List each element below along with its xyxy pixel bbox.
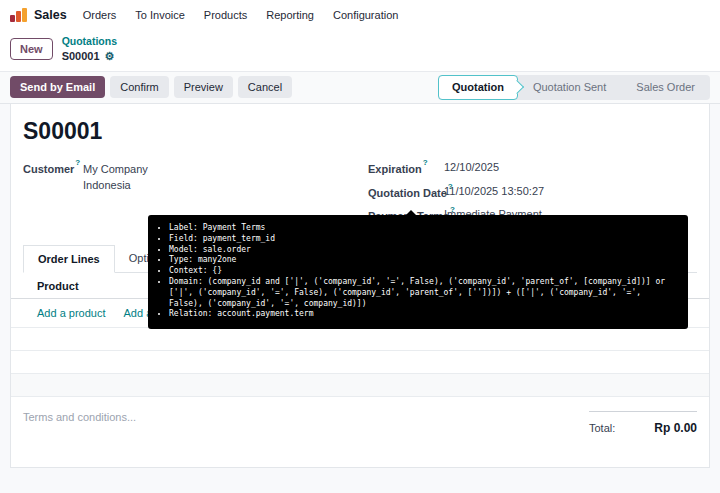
breadcrumb-row: New Quotations S00001 ⚙ — [0, 30, 720, 71]
total-block: Total: Rp 0.00 — [589, 411, 697, 435]
tooltip-line-field: Field: payment_term_id — [169, 234, 678, 245]
terms-and-conditions-input[interactable]: Terms and conditions... — [23, 411, 136, 435]
customer-help-icon[interactable]: ? — [75, 158, 80, 167]
expiration-value[interactable]: 12/10/2025 — [444, 161, 499, 173]
total-value: Rp 0.00 — [654, 421, 697, 435]
tooltip-line-label: Label: Payment Terms — [169, 223, 678, 234]
tooltip-line-context: Context: {} — [169, 266, 678, 277]
customer-country: Indonesia — [83, 177, 148, 194]
sheet-header: S00001 Customer? My Company Indonesia Ex… — [11, 104, 709, 232]
nav-menu-orders[interactable]: Orders — [83, 9, 117, 21]
table-empty-row — [11, 374, 709, 397]
sheet-footer: Terms and conditions... Total: Rp 0.00 — [11, 397, 709, 435]
tooltip-arrow-icon — [406, 210, 416, 215]
nav-menu-products[interactable]: Products — [204, 9, 247, 21]
field-quotation-date: Quotation Date? 11/10/2025 13:50:27 — [368, 185, 697, 199]
tooltip-line-type: Type: many2one — [169, 255, 678, 266]
control-panel: Send by Email Confirm Preview Cancel Quo… — [0, 71, 720, 104]
quotation-date-help-icon[interactable]: ? — [448, 182, 453, 191]
status-step-quotation-sent[interactable]: Quotation Sent — [518, 75, 621, 100]
nav-menu-to-invoice[interactable]: To Invoice — [135, 9, 185, 21]
expiration-help-icon[interactable]: ? — [423, 158, 428, 167]
table-empty-row — [11, 351, 709, 374]
top-navbar: Sales Orders To Invoice Products Reporti… — [0, 0, 720, 30]
total-label: Total: — [589, 422, 615, 434]
payment-terms-help-icon[interactable]: ? — [450, 205, 455, 214]
table-empty-row — [11, 328, 709, 351]
breadcrumb: Quotations S00001 ⚙ — [62, 35, 117, 63]
nav-menu-reporting[interactable]: Reporting — [266, 9, 314, 21]
breadcrumb-record-name: S00001 — [62, 49, 100, 63]
action-buttons: Send by Email Confirm Preview Cancel — [10, 76, 292, 98]
add-a-product-link[interactable]: Add a product — [37, 307, 106, 319]
quotation-date-value[interactable]: 11/10/2025 13:50:27 — [444, 185, 544, 197]
gear-icon[interactable]: ⚙ — [105, 49, 115, 63]
customer-name: My Company — [83, 161, 148, 178]
new-button[interactable]: New — [10, 38, 53, 60]
page-title: S00001 — [23, 118, 697, 145]
field-customer: Customer? My Company Indonesia — [23, 161, 368, 194]
logo-bar-red — [10, 15, 15, 22]
quotation-date-label: Quotation Date? — [368, 185, 444, 199]
confirm-button[interactable]: Confirm — [110, 76, 169, 98]
logo-bar-orange — [16, 11, 21, 22]
breadcrumb-current: S00001 ⚙ — [62, 49, 117, 63]
customer-value[interactable]: My Company Indonesia — [83, 161, 148, 194]
tab-order-lines[interactable]: Order Lines — [23, 245, 115, 273]
nav-menu-configuration[interactable]: Configuration — [333, 9, 398, 21]
field-debug-tooltip: Label: Payment Terms Field: payment_term… — [148, 215, 688, 329]
logo-bar-yellow — [22, 8, 27, 22]
app-name[interactable]: Sales — [34, 8, 67, 22]
status-bar: Quotation Quotation Sent Sales Order — [438, 75, 710, 100]
cancel-button[interactable]: Cancel — [238, 76, 292, 98]
send-by-email-button[interactable]: Send by Email — [10, 76, 105, 98]
main-menu: Orders To Invoice Products Reporting Con… — [83, 9, 399, 21]
customer-label-text: Customer — [23, 163, 74, 175]
tooltip-lines: Label: Payment Terms Field: payment_term… — [156, 223, 678, 320]
tooltip-line-relation: Relation: account.payment.term — [169, 309, 678, 320]
status-step-quotation[interactable]: Quotation — [438, 75, 518, 100]
tooltip-line-model: Model: sale.order — [169, 245, 678, 256]
preview-button[interactable]: Preview — [174, 76, 233, 98]
expiration-label-text: Expiration — [368, 163, 422, 175]
customer-label: Customer? — [23, 161, 83, 175]
status-step-label: Quotation — [452, 81, 504, 93]
expiration-label: Expiration? — [368, 161, 444, 175]
field-expiration: Expiration? 12/10/2025 — [368, 161, 697, 175]
tooltip-line-domain: Domain: (company_id and ['|', ('company_… — [169, 277, 678, 309]
sales-app-icon[interactable] — [10, 8, 27, 22]
breadcrumb-quotations-link[interactable]: Quotations — [62, 35, 117, 49]
quotation-date-label-text: Quotation Date — [368, 186, 447, 198]
status-step-sales-order[interactable]: Sales Order — [621, 75, 710, 100]
